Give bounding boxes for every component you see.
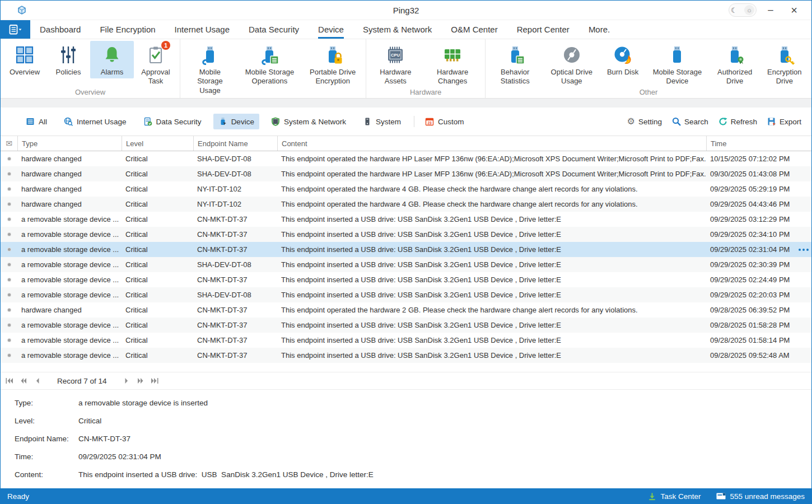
task-center-button[interactable]: Task Center [648,492,701,501]
encryption-drive-button[interactable]: Encryption Drive [760,41,809,88]
filter-system-network[interactable]: System & Network [266,114,351,129]
alarms-button-label: Alarms [101,68,123,77]
tab-data-security[interactable]: Data Security [249,20,299,39]
unread-messages-button[interactable]: 555 unread messages [716,492,805,501]
cell-level: Critical [122,227,193,242]
alarms-button[interactable]: Alarms [90,41,134,78]
search-button[interactable]: Search [672,117,708,126]
mobile-storage-device-button[interactable]: Mobile Storage Device [645,41,710,88]
column-header-time[interactable]: Time [706,136,797,151]
filter-system[interactable]: System [358,114,406,129]
theme-toggle[interactable]: ☾ ☼ [729,3,757,17]
cell-level: Critical [122,272,193,287]
next-record-button[interactable] [122,376,131,385]
tab-om-center[interactable]: O&M Center [451,20,497,39]
cell-type: a removable storage device ... [17,227,122,242]
tab-more[interactable]: More. [589,20,610,39]
filter-device[interactable]: Device [213,114,259,129]
optical-drive-usage-button[interactable]: Optical Drive Usage [543,41,601,88]
cell-type: hardware changed [17,302,122,318]
table-row[interactable]: a removable storage device ... Critical … [1,318,811,333]
table-row[interactable]: hardware changed Critical SHA-DEV-DT-08 … [1,166,811,181]
ribbon: Overview Policies Alarms 1 Approval Task [1,39,811,99]
task-center-label: Task Center [660,492,701,501]
filter-internet-usage-label: Internet Usage [77,118,127,126]
cell-level: Critical [122,318,193,333]
cell-content: This endpoint operated the hardware 4 GB… [277,181,706,197]
tab-system-network[interactable]: System & Network [363,20,432,39]
cell-endpoint: NY-IT-DT-102 [193,181,277,197]
column-header-level[interactable]: Level [122,136,193,151]
setting-button[interactable]: ⚙ Setting [627,117,662,126]
cell-content: This endpoint inserted a USB drive: USB … [277,333,706,348]
table-row[interactable]: a removable storage device ... Critical … [1,212,811,227]
approval-task-button[interactable]: 1 Approval Task [134,41,178,88]
mobile-storage-operations-button[interactable]: Mobile Storage Operations [237,41,302,88]
ribbon-group-other: Behavior Statistics Optical Drive Usage … [486,39,811,98]
table-row[interactable]: hardware changed Critical SHA-DEV-DT-08 … [1,151,811,166]
table-row[interactable]: hardware changed Critical NY-IT-DT-102 T… [1,197,811,212]
portable-drive-encryption-button[interactable]: Portable Drive Encryption [302,41,363,88]
prev-record-button[interactable] [33,376,42,385]
detail-label: Type: [15,399,78,407]
cell-content: This endpoint inserted a USB drive: USB … [277,348,706,363]
table-row[interactable]: hardware changed Critical CN-MKT-DT-37 T… [1,302,811,318]
minimize-button[interactable]: – [761,3,780,17]
filter-custom[interactable]: 23 Custom [420,114,469,129]
tab-file-encryption[interactable]: File Encryption [100,20,155,39]
row-status-dot [1,318,17,333]
mobile-storage-usage-button[interactable]: Mobile Storage Usage [183,41,237,97]
table-row[interactable]: a removable storage device ... Critical … [1,287,811,302]
filter-all[interactable]: All [21,114,52,129]
behavior-statistics-label: Behavior Statistics [491,68,539,86]
row-actions-icon[interactable] [799,242,809,257]
last-record-button[interactable] [150,376,159,385]
bell-icon [102,45,122,65]
fast-next-button[interactable] [136,376,145,385]
sun-icon[interactable]: ☼ [744,5,754,15]
table-row[interactable]: hardware changed Critical NY-IT-DT-102 T… [1,181,811,197]
hardware-changes-label: Hardware Changes [426,68,479,86]
table-row[interactable]: a removable storage device ... Critical … [1,272,811,287]
column-header-type[interactable]: Type [17,136,122,151]
first-record-button[interactable] [5,376,14,385]
overview-button[interactable]: Overview [3,41,46,78]
cell-endpoint: SHA-DEV-DT-08 [193,257,277,272]
burn-disk-button[interactable]: Burn Disk [601,41,645,78]
moon-icon[interactable]: ☾ [731,7,738,14]
ribbon-group-hardware: CPU Hardware Assets Hardware Changes Har… [366,39,486,98]
column-header-message[interactable]: ✉ [1,136,17,151]
table-row[interactable]: a removable storage device ... Critical … [1,257,811,272]
table-row-selected[interactable]: a removable storage device ... Critical … [1,242,811,257]
table-row[interactable]: a removable storage device ... Critical … [1,333,811,348]
cell-level: Critical [122,348,193,363]
row-status-dot [1,287,17,302]
refresh-button[interactable]: Refresh [718,117,757,126]
policies-button[interactable]: Policies [46,41,90,78]
tab-report-center[interactable]: Report Center [517,20,570,39]
filter-data-security[interactable]: Data Security [138,114,207,129]
authorized-drive-button[interactable]: Authorized Drive [710,41,760,88]
fast-prev-button[interactable] [19,376,28,385]
export-button[interactable]: Export [767,117,801,126]
column-header-endpoint-name[interactable]: Endpoint Name [193,136,277,151]
alarm-table-body: hardware changed Critical SHA-DEV-DT-08 … [1,151,811,363]
hardware-changes-button[interactable]: Hardware Changes [422,41,483,88]
tab-dashboard[interactable]: Dashboard [40,20,81,39]
tab-device[interactable]: Device [318,20,344,39]
behavior-statistics-button[interactable]: Behavior Statistics [488,41,543,88]
detail-field-level: Level: Critical [15,417,811,425]
filter-internet-usage[interactable]: Internet Usage [59,114,132,129]
cell-content: This endpoint operated the hardware HP L… [277,166,706,181]
hardware-assets-button[interactable]: CPU Hardware Assets [368,41,422,88]
table-row[interactable]: a removable storage device ... Critical … [1,348,811,363]
close-button[interactable]: × [785,3,804,17]
tab-internet-usage[interactable]: Internet Usage [175,20,230,39]
main-menu-button[interactable] [1,20,30,39]
cell-type: hardware changed [17,197,122,212]
detail-value: 09/29/2025 02:31:04 PM [78,452,161,461]
table-row[interactable]: a removable storage device ... Critical … [1,227,811,242]
filter-system-label: System [376,118,401,126]
cell-content: This endpoint inserted a USB drive: USB … [277,272,706,287]
column-header-content[interactable]: Content [277,136,706,151]
